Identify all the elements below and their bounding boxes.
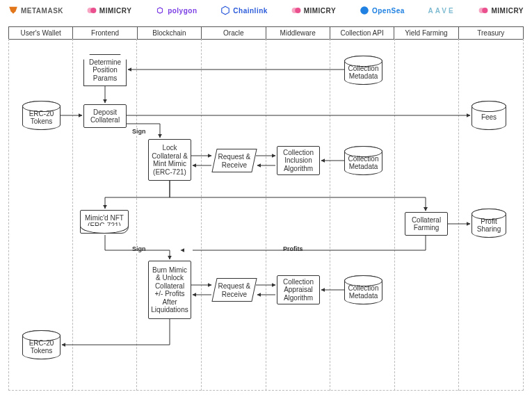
svg-marker-0 xyxy=(9,7,17,14)
brand-chainlink: Chainlink xyxy=(220,6,268,15)
brand-polygon: polygon xyxy=(155,6,197,15)
brand-row: METAMASK MIMICRY polygon Chainlink MIMIC… xyxy=(8,6,524,15)
edge-label-profits: Profits xyxy=(282,245,305,252)
node-label: Burn Mimic & Unlock Collateral +/- Profi… xyxy=(151,266,188,314)
mimicry-icon xyxy=(87,6,97,15)
brand-opensea-label: OpenSea xyxy=(372,7,405,15)
svg-point-2 xyxy=(90,8,96,13)
node-collection-metadata-1: Collection Metadata xyxy=(344,146,382,175)
lane-head-frontend: Frontend xyxy=(73,27,137,39)
node-label: Request & Receive xyxy=(218,282,251,298)
node-fees: Fees xyxy=(471,101,506,130)
lane-head-collection-api: Collection API xyxy=(330,27,394,39)
edge-label-sign-1: Sign xyxy=(131,128,147,135)
brand-chainlink-label: Chainlink xyxy=(233,7,268,15)
architecture-diagram: METAMASK MIMICRY polygon Chainlink MIMIC… xyxy=(0,0,532,399)
node-request-receive-1: Request & Receive xyxy=(211,149,257,172)
node-label: Collection Metadata xyxy=(348,155,379,171)
node-request-receive-2: Request & Receive xyxy=(211,278,257,302)
node-label: Lock Collateral & Mint Mimic (ERC-721) xyxy=(152,144,188,176)
node-label: ERC-20 Tokens xyxy=(26,110,57,126)
brand-opensea: OpenSea xyxy=(360,6,405,15)
svg-point-8 xyxy=(483,8,488,13)
brand-mimicry-1-label: MIMICRY xyxy=(99,7,131,15)
lane-head-wallet: User's Wallet xyxy=(9,27,73,39)
lane-head-yield-farming: Yield Farming xyxy=(394,27,458,39)
node-profit-sharing: Profit Sharing xyxy=(471,209,506,238)
node-erc20-tokens-in: ERC-20 Tokens xyxy=(22,101,61,130)
node-label: Request & Receive xyxy=(218,153,251,169)
swimlane-right-border xyxy=(523,39,524,391)
node-label: Mimic'd NFT (ERC-721) xyxy=(83,214,125,230)
node-collection-inclusion-algorithm: Collection Inclusion Algorithm xyxy=(277,146,320,175)
mimicry-icon xyxy=(291,6,301,15)
brand-polygon-label: polygon xyxy=(168,7,197,15)
brand-metamask-label: METAMASK xyxy=(21,7,63,15)
node-burn-unlock: Burn Mimic & Unlock Collateral +/- Profi… xyxy=(148,261,191,319)
node-label: Fees xyxy=(481,113,497,122)
node-label: Deposit Collateral xyxy=(87,108,123,124)
brand-mimicry-1: MIMICRY xyxy=(87,6,131,15)
opensea-icon xyxy=(360,6,369,15)
brand-aave: AAVE xyxy=(428,7,456,15)
lane-head-treasury: Treasury xyxy=(459,27,523,39)
brand-mimicry-2: MIMICRY xyxy=(291,6,336,15)
lane-head-middleware: Middleware xyxy=(266,27,330,39)
brand-mimicry-3: MIMICRY xyxy=(478,6,523,15)
node-deposit-collateral: Deposit Collateral xyxy=(83,104,127,128)
node-label: Collection Inclusion Algorithm xyxy=(280,149,316,173)
lane-head-oracle: Oracle xyxy=(202,27,266,39)
node-collection-appraisal-algorithm: Collection Appraisal Algorithm xyxy=(277,275,320,304)
node-label: Profit Sharing xyxy=(475,218,503,234)
node-lock-collateral-mint: Lock Collateral & Mint Mimic (ERC-721) xyxy=(148,139,191,181)
node-label: Collection Metadata xyxy=(348,284,379,300)
swimlane-bottom-border xyxy=(8,390,524,391)
brand-metamask: METAMASK xyxy=(8,6,63,15)
node-label: Collateral Farming xyxy=(408,216,444,232)
node-label: Determine Position Params xyxy=(86,58,124,83)
brand-mimicry-3-label: MIMICRY xyxy=(491,7,523,15)
node-erc20-tokens-out: ERC-20 Tokens xyxy=(22,330,61,359)
node-mimicd-nft: Mimic'd NFT (ERC-721) xyxy=(80,210,129,234)
swimlane-headers: User's Wallet Frontend Blockchain Oracle… xyxy=(8,26,524,40)
svg-point-6 xyxy=(360,6,369,15)
node-label: Collection Appraisal Algorithm xyxy=(280,278,316,302)
flow-arrows xyxy=(0,0,532,399)
edge-label-sign-2: Sign xyxy=(131,245,147,252)
metamask-icon xyxy=(8,6,18,15)
node-collection-metadata-2: Collection Metadata xyxy=(344,275,382,304)
svg-point-5 xyxy=(295,8,300,13)
mimicry-icon xyxy=(478,6,488,15)
svg-marker-3 xyxy=(222,6,229,15)
brand-mimicry-2-label: MIMICRY xyxy=(304,7,336,15)
node-label: Collection Metadata xyxy=(348,65,379,81)
chainlink-icon xyxy=(220,6,230,15)
node-collateral-farming: Collateral Farming xyxy=(405,212,448,236)
polygon-icon xyxy=(155,6,165,15)
node-label: ERC-20 Tokens xyxy=(26,339,57,355)
brand-aave-label: AAVE xyxy=(428,7,456,15)
node-determine-position-params: Determine Position Params xyxy=(83,54,127,86)
swimlane-left-border xyxy=(8,39,9,391)
node-collection-metadata-top: Collection Metadata xyxy=(344,56,382,85)
lane-head-blockchain: Blockchain xyxy=(138,27,202,39)
